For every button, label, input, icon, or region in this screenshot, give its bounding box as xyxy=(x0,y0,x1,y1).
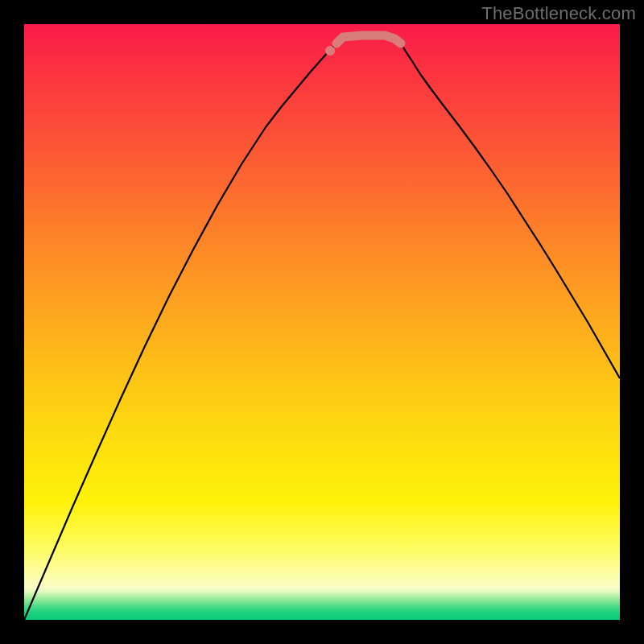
series-right-curve xyxy=(401,43,620,378)
series-floor-dot-left xyxy=(325,46,335,56)
curves-svg xyxy=(24,24,620,620)
chart-frame: TheBottleneck.com xyxy=(0,0,644,644)
watermark-text: TheBottleneck.com xyxy=(481,3,636,24)
series-left-curve xyxy=(24,43,336,620)
series-floor-band xyxy=(336,35,401,43)
plot-area xyxy=(24,24,620,620)
